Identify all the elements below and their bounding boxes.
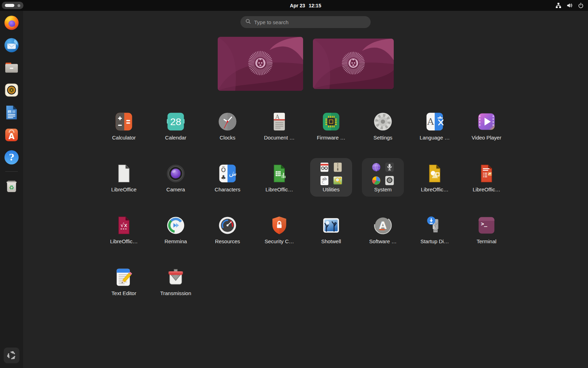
dock-item-files[interactable]	[3, 59, 20, 76]
app-label: Terminal	[458, 238, 515, 244]
dock-item-app-center[interactable]: A	[3, 127, 20, 143]
app-remmina[interactable]: Remmina	[150, 210, 202, 262]
search-input[interactable]: Type to search	[240, 16, 371, 28]
network-wired-icon	[555, 2, 561, 8]
workspace-dot	[18, 4, 20, 7]
show-apps-icon	[3, 347, 20, 364]
clock-time: 12:15	[309, 3, 321, 8]
dock-item-thunderbird[interactable]	[3, 37, 20, 54]
app-settings[interactable]: Settings	[357, 106, 409, 158]
libreoffice-icon	[113, 163, 134, 184]
app-label: Shotwell	[302, 238, 360, 244]
app-shotwell[interactable]: Shotwell	[305, 210, 357, 262]
remmina-icon	[165, 215, 186, 236]
app-startup-disk-creator[interactable]: Startup Di…	[409, 210, 461, 262]
image-viewer-mini-icon	[332, 175, 343, 186]
clocks-icon	[217, 111, 238, 132]
app-firmware[interactable]: Firmware …	[305, 106, 357, 158]
wallpaper-numbat	[218, 37, 303, 91]
software-updates-icon: A	[372, 215, 393, 236]
app-text-editor[interactable]: Text Editor	[98, 262, 150, 314]
app-folder-system[interactable]: System	[357, 158, 409, 210]
clock-date: Apr 23	[290, 3, 305, 8]
app-libreoffice-calc[interactable]: LibreOffic…	[253, 158, 305, 210]
help-icon: ?	[3, 149, 20, 166]
characters-arabic: ش	[229, 170, 237, 177]
folder-preview-icons	[371, 162, 395, 186]
dock-item-help[interactable]: ?	[3, 149, 20, 166]
document-scanner-icon: A	[269, 111, 290, 132]
app-transmission[interactable]: Transmission	[150, 262, 202, 314]
app-label: Software …	[354, 238, 412, 244]
characters-umlaut: Ö	[221, 166, 226, 173]
app-label: Startup Di…	[406, 238, 463, 244]
app-label: Resources	[199, 238, 256, 244]
app-calendar[interactable]: 28 Calendar	[150, 106, 202, 158]
text-editor-icon	[113, 267, 134, 288]
app-libreoffice-math[interactable]: √x LibreOffic…	[98, 210, 150, 262]
scanner-letter: A	[275, 114, 280, 120]
recycle-glyph: ♻	[9, 184, 14, 191]
app-center-letter: A	[8, 132, 15, 141]
app-libreoffice-draw[interactable]: LibreOffic…	[461, 158, 512, 210]
libreoffice-calc-icon	[269, 163, 290, 184]
terminal-icon: >_	[476, 215, 497, 236]
workspace-thumbnails	[23, 37, 588, 91]
workspace-thumbnail-1[interactable]	[218, 37, 303, 91]
libreoffice-impress-icon	[424, 163, 445, 184]
app-camera[interactable]: Camera	[150, 158, 202, 210]
system-status-area[interactable]	[555, 0, 584, 11]
usage-pie-mini-icon	[371, 175, 382, 186]
app-libreoffice[interactable]: LibreOffice	[98, 158, 150, 210]
app-label: Language …	[406, 135, 463, 141]
trash-icon: ♻	[3, 177, 20, 194]
app-label: Characters	[199, 186, 256, 192]
app-clocks[interactable]: Clocks	[202, 106, 253, 158]
startup-disk-creator-icon	[424, 215, 445, 236]
app-label: Video Player	[458, 135, 515, 141]
files-icon	[3, 59, 20, 76]
search-icon	[245, 19, 251, 26]
workspace-indicator[interactable]	[2, 2, 23, 9]
language-icon: A	[424, 111, 445, 132]
gnome-activities-overview: Apr 23 12:15	[0, 0, 588, 368]
app-label: Transmission	[147, 290, 204, 296]
app-software-updates[interactable]: A Software …	[357, 210, 409, 262]
clock[interactable]: Apr 23 12:15	[290, 0, 321, 11]
app-document-scanner[interactable]: A Document …	[253, 106, 305, 158]
app-label: LibreOffic…	[251, 186, 308, 192]
app-label: Document …	[251, 135, 308, 141]
calculator-icon	[113, 111, 134, 132]
app-resources[interactable]: Resources	[202, 210, 253, 262]
app-characters[interactable]: Ö ♣ ش Characters	[202, 158, 253, 210]
workspace-thumbnail-2[interactable]	[313, 39, 394, 89]
active-workspace-pill	[5, 4, 14, 7]
show-apps-button[interactable]	[3, 347, 20, 364]
security-center-icon	[269, 215, 290, 236]
rhythmbox-icon	[3, 82, 20, 98]
dock-item-firefox[interactable]	[3, 14, 20, 31]
dash-dock: A ? ♻	[0, 11, 23, 368]
app-label: LibreOffic…	[406, 186, 463, 192]
resources-icon	[217, 215, 238, 236]
app-video-player[interactable]: Video Player	[461, 106, 512, 158]
camera-icon	[165, 163, 186, 184]
app-libreoffice-impress[interactable]: LibreOffic…	[409, 158, 461, 210]
characters-icon: Ö ♣ ش	[217, 163, 238, 184]
firmware-icon	[321, 111, 342, 132]
app-calculator[interactable]: Calculator	[98, 106, 150, 158]
app-label: Remmina	[147, 238, 204, 244]
dock-item-libreoffice-writer[interactable]	[3, 104, 20, 121]
language-letter-a: A	[427, 116, 434, 127]
libreoffice-writer-icon	[3, 104, 20, 121]
app-security-center[interactable]: Security C…	[253, 210, 305, 262]
app-label: Text Editor	[95, 290, 153, 296]
app-language[interactable]: A Language …	[409, 106, 461, 158]
dock-item-trash[interactable]: ♻	[3, 177, 20, 194]
shotwell-icon	[321, 215, 342, 236]
firefox-icon	[3, 14, 20, 31]
dock-item-rhythmbox[interactable]	[3, 82, 20, 98]
app-folder-utilities[interactable]: ab C Utilities	[305, 158, 357, 210]
folder-preview-icons: ab C	[319, 162, 343, 186]
app-terminal[interactable]: >_ Terminal	[461, 210, 512, 262]
